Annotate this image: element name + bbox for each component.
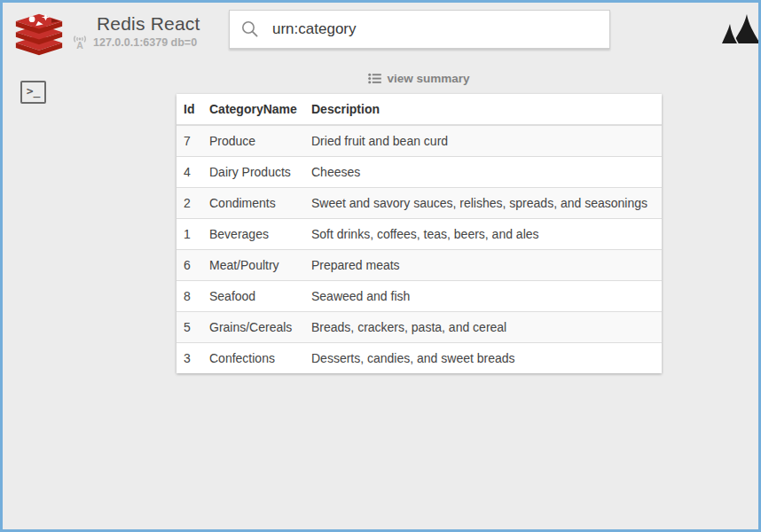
cell-id: 8 (177, 281, 202, 312)
table-row[interactable]: 6Meat/PoultryPrepared meats (177, 250, 662, 281)
view-summary-link[interactable]: view summary (177, 72, 662, 85)
table-header-row: Id CategoryName Description (177, 94, 662, 125)
cell-description: Prepared meats (304, 250, 662, 281)
cell-name: Grains/Cereals (202, 312, 304, 343)
cell-name: Dairy Products (202, 157, 304, 188)
table-row[interactable]: 5Grains/CerealsBreads, crackers, pasta, … (177, 312, 662, 343)
table-body: 7ProduceDried fruit and bean curd4Dairy … (177, 125, 662, 373)
cell-id: 6 (177, 250, 202, 281)
antenna-icon: A (71, 35, 89, 50)
connection-status: A 127.0.0.1:6379 db=0 (71, 35, 197, 50)
cell-id: 4 (177, 157, 202, 188)
view-summary-label: view summary (387, 72, 469, 85)
cell-description: Sweet and savory sauces, relishes, sprea… (304, 188, 662, 219)
table-row[interactable]: 2CondimentsSweet and savory sauces, reli… (177, 188, 662, 219)
cell-description: Cheeses (304, 157, 662, 188)
column-header-id[interactable]: Id (177, 94, 202, 125)
search-bar[interactable] (229, 10, 610, 49)
redis-logo-icon (14, 11, 64, 59)
main-content: view summary Id CategoryName Description… (177, 72, 662, 373)
cell-description: Soft drinks, coffees, teas, beers, and a… (304, 219, 662, 250)
table-row[interactable]: 3ConfectionsDesserts, candies, and sweet… (177, 343, 662, 374)
cell-id: 5 (177, 312, 202, 343)
table-row[interactable]: 1BeveragesSoft drinks, coffees, teas, be… (177, 219, 662, 250)
cell-description: Seaweed and fish (304, 281, 662, 312)
cell-name: Seafood (202, 281, 304, 312)
list-icon (368, 73, 381, 84)
results-table: Id CategoryName Description 7ProduceDrie… (177, 94, 662, 373)
cell-description: Desserts, candies, and sweet breads (304, 343, 662, 374)
column-header-categoryname[interactable]: CategoryName (202, 94, 304, 125)
cell-name: Condiments (202, 188, 304, 219)
search-icon (240, 20, 260, 39)
cell-name: Meat/Poultry (202, 250, 304, 281)
cell-id: 7 (177, 125, 202, 157)
terminal-icon[interactable]: >_ (20, 81, 46, 104)
cell-id: 3 (177, 343, 202, 374)
table-row[interactable]: 7ProduceDried fruit and bean curd (177, 125, 662, 157)
cell-name: Beverages (202, 219, 304, 250)
column-header-description[interactable]: Description (304, 94, 662, 125)
cell-name: Produce (202, 125, 304, 157)
table-row[interactable]: 8SeafoodSeaweed and fish (177, 281, 662, 312)
svg-text:A: A (76, 40, 83, 50)
cell-id: 2 (177, 188, 202, 219)
page-title: Redis React (97, 13, 200, 35)
cell-name: Confections (202, 343, 304, 374)
cell-description: Dried fruit and bean curd (304, 125, 662, 157)
table-row[interactable]: 4Dairy ProductsCheeses (177, 157, 662, 188)
shark-fin-icon (721, 14, 760, 44)
search-input[interactable] (272, 20, 599, 38)
app-window: Redis React A 127.0.0.1:6379 db=0 >_ (0, 0, 761, 532)
connection-address: 127.0.0.1:6379 db=0 (93, 36, 197, 49)
cell-id: 1 (177, 219, 202, 250)
cell-description: Breads, crackers, pasta, and cereal (304, 312, 662, 343)
